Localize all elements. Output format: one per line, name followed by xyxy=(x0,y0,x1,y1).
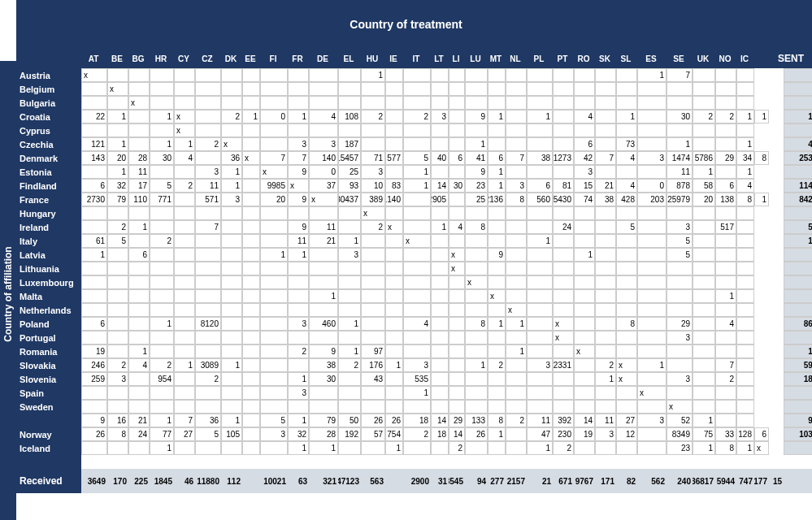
cell xyxy=(506,68,527,82)
cell xyxy=(81,262,107,275)
cell: 1 xyxy=(338,317,361,331)
cell xyxy=(195,206,221,220)
cell xyxy=(288,96,309,110)
cell: 30 xyxy=(309,372,338,386)
cell: 2 xyxy=(715,110,736,124)
cell xyxy=(595,234,616,248)
cell: 2 xyxy=(150,234,174,248)
cell xyxy=(309,275,338,289)
cell xyxy=(260,400,288,414)
table-row: Bulgariax xyxy=(16,96,812,110)
cell xyxy=(309,206,338,220)
cell xyxy=(693,331,715,344)
received-cell: 1845 xyxy=(150,477,174,486)
cell xyxy=(736,248,754,262)
received-cell: 36817 xyxy=(693,477,715,486)
cell xyxy=(288,68,309,82)
table-row: Hungaryx xyxy=(16,206,812,220)
sent-cell: 9 xyxy=(784,68,812,82)
cell: 21 xyxy=(128,414,150,427)
cell xyxy=(260,344,288,358)
cell xyxy=(150,165,174,179)
received-row: Received36491702251845461188011210021633… xyxy=(16,469,812,493)
cell xyxy=(527,331,553,344)
cell xyxy=(338,124,361,137)
cell xyxy=(667,289,693,303)
cell xyxy=(309,82,338,96)
cell xyxy=(385,96,403,110)
cell xyxy=(221,124,242,137)
cell xyxy=(221,262,242,275)
cell xyxy=(361,248,385,262)
cell: 2 xyxy=(595,358,616,372)
cell: x xyxy=(616,372,637,386)
cell: 1 xyxy=(150,110,174,124)
cell xyxy=(553,344,574,358)
cell xyxy=(667,206,693,220)
cell: 29 xyxy=(715,151,736,165)
row-label: Norway xyxy=(16,427,81,441)
cell: 1 xyxy=(107,110,128,124)
row-label: Italy xyxy=(16,234,81,248)
cell xyxy=(242,400,260,414)
cell: 57 xyxy=(361,427,385,441)
row-label: Hungary xyxy=(16,206,81,220)
cell: 22 xyxy=(81,110,107,124)
cell xyxy=(715,414,736,427)
received-cell: 2157 xyxy=(506,477,527,486)
cell: 1 xyxy=(574,248,595,262)
cell: 1 xyxy=(465,358,488,372)
cell: 754 xyxy=(385,427,403,441)
cell xyxy=(527,96,553,110)
col-header-BG: BG xyxy=(128,54,150,63)
cell xyxy=(715,137,736,151)
cell xyxy=(693,262,715,275)
cell xyxy=(288,303,309,317)
cell: 1 xyxy=(465,137,488,151)
cell xyxy=(174,68,195,82)
row-label: Sweden xyxy=(16,400,81,414)
cell xyxy=(693,137,715,151)
cell xyxy=(527,400,553,414)
cell xyxy=(174,165,195,179)
cell xyxy=(667,344,693,358)
row-label: Czechia xyxy=(16,137,81,151)
cell xyxy=(195,331,221,344)
cell xyxy=(385,165,403,179)
sent-cell: 107 xyxy=(784,234,812,248)
cell: 3 xyxy=(338,248,361,262)
table-row: Estonia11131x902531913111180 xyxy=(16,165,812,179)
cell xyxy=(488,331,506,344)
cell xyxy=(174,193,195,206)
cell xyxy=(107,386,128,400)
cell: 7 xyxy=(288,151,309,165)
cell xyxy=(403,137,431,151)
cell xyxy=(174,303,195,317)
cell xyxy=(361,331,385,344)
cell xyxy=(553,400,574,414)
cell: 6 xyxy=(715,179,736,193)
cell: 3 xyxy=(637,151,667,165)
cell: 7 xyxy=(715,358,736,372)
cell xyxy=(81,400,107,414)
table-row: Italy615211211x15107 xyxy=(16,234,812,248)
cell xyxy=(595,289,616,303)
cell xyxy=(616,234,637,248)
cell xyxy=(595,110,616,124)
cell xyxy=(431,441,449,455)
cell xyxy=(637,220,667,234)
cell xyxy=(574,275,595,289)
cell xyxy=(667,303,693,317)
cell xyxy=(616,206,637,220)
cell xyxy=(736,344,754,358)
cell: 8 xyxy=(616,317,637,331)
cell xyxy=(128,289,150,303)
row-label: Portugal xyxy=(16,331,81,344)
row-label: Poland xyxy=(16,317,81,331)
cell xyxy=(260,386,288,400)
cell xyxy=(128,441,150,455)
cell: 1 xyxy=(288,372,309,386)
col-header-SL: SL xyxy=(616,54,637,63)
cell: 77 xyxy=(150,427,174,441)
cell: 4 xyxy=(574,110,595,124)
